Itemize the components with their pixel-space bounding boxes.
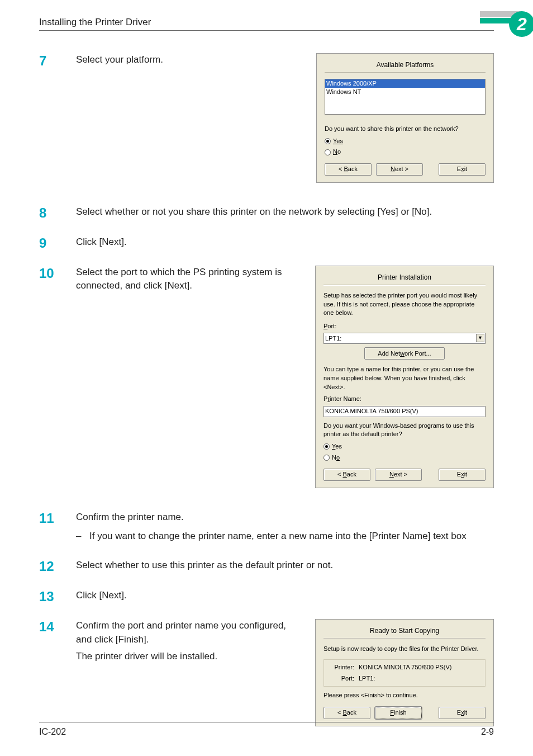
section-title: Installing the Printer Driver xyxy=(39,17,151,28)
radio-dot-icon xyxy=(323,443,330,450)
dlg2-radio-no[interactable]: No xyxy=(323,453,486,462)
chapter-badge: 2 xyxy=(480,11,533,37)
dlg3-port-value: LPT1: xyxy=(359,674,375,683)
step-14-number: 14 xyxy=(39,619,76,726)
step-13-text: Click [Next]. xyxy=(76,589,494,602)
dlg3-ready: Setup is now ready to copy the files for… xyxy=(323,645,486,654)
step-9-text: Click [Next]. xyxy=(76,235,494,249)
step-11-number: 11 xyxy=(39,511,76,543)
footer-right: 2-9 xyxy=(481,727,494,737)
step-11-sub-text: If you want to change the printer name, … xyxy=(89,531,467,541)
dlg3-exit-button[interactable]: Exit xyxy=(439,707,486,719)
dlg2-radio-yes[interactable]: Yes xyxy=(323,442,486,451)
available-platforms-dialog: Available Platforms Windows 2000/XP Wind… xyxy=(316,53,494,183)
step-11-sub: – If you want to change the printer name… xyxy=(76,530,494,543)
dlg2-port-value: LPT1: xyxy=(325,334,341,343)
dlg3-finish-button[interactable]: Finish xyxy=(375,707,422,719)
dlg2-back-button[interactable]: < Back xyxy=(323,469,370,481)
dlg2-port-label: Port: xyxy=(323,322,486,331)
dlg1-back-button[interactable]: < Back xyxy=(325,163,372,176)
dlg2-add-network-port-button[interactable]: Add Network Port... xyxy=(364,347,445,360)
dlg1-yes-label: Yes xyxy=(333,137,343,146)
ready-to-copy-dialog: Ready to Start Copying Setup is now read… xyxy=(315,619,494,726)
footer-left: IC-202 xyxy=(39,727,66,737)
dlg1-no-label: No xyxy=(333,148,341,157)
step-8-text: Select whether or not you share this pri… xyxy=(76,205,494,219)
dlg2-exit-button[interactable]: Exit xyxy=(439,469,486,481)
platform-item-winnt[interactable]: Windows NT xyxy=(325,88,485,96)
step-10-text: Select the port to which the PS printing… xyxy=(76,266,298,488)
dlg2-default-question: Do you want your Windows-based programs … xyxy=(323,422,486,439)
dlg2-next-button[interactable]: Next > xyxy=(375,469,422,481)
dlg2-yes-label: Yes xyxy=(332,442,342,451)
printer-installation-dialog: Printer Installation Setup has selected … xyxy=(315,266,494,488)
dlg2-port-combo[interactable]: LPT1: ▼ xyxy=(323,333,486,344)
dlg2-intro: Setup has selected the printer port you … xyxy=(323,291,486,318)
dlg1-title: Available Platforms xyxy=(325,60,486,70)
dlg1-share-question: Do you want to share this printer on the… xyxy=(325,125,486,134)
step-12-text: Select whether to use this printer as th… xyxy=(76,559,494,572)
dlg3-title: Ready to Start Copying xyxy=(323,626,486,636)
chevron-down-icon[interactable]: ▼ xyxy=(476,334,484,342)
step-12-number: 12 xyxy=(39,559,76,573)
dlg2-printer-name-value: KONICA MINOLTA 750/600 PS(V) xyxy=(325,407,418,416)
step-14-text1: Confirm the port and printer name you co… xyxy=(76,619,298,646)
dlg3-back-button[interactable]: < Back xyxy=(323,707,370,719)
step-14-text2: The printer driver will be installed. xyxy=(76,650,298,663)
dlg1-exit-button[interactable]: Exit xyxy=(439,163,486,176)
dlg3-printer-label: Printer: xyxy=(329,663,354,672)
dlg2-printer-name-label: Printer Name: xyxy=(323,395,486,404)
dlg1-radio-no[interactable]: No xyxy=(325,148,486,157)
dlg3-port-label: Port: xyxy=(329,674,354,683)
dlg2-printer-name-input[interactable]: KONICA MINOLTA 750/600 PS(V) xyxy=(323,406,486,417)
chapter-number: 2 xyxy=(516,14,527,34)
dlg2-name-help: You can type a name for this printer, or… xyxy=(323,365,486,391)
dlg3-press: Please press <Finish> to continue. xyxy=(323,691,486,700)
step-8-number: 8 xyxy=(39,205,76,220)
dlg2-no-label: No xyxy=(332,453,340,462)
step-10-number: 10 xyxy=(39,266,76,488)
dash-icon: – xyxy=(76,530,81,543)
dlg2-title: Printer Installation xyxy=(323,273,486,282)
radio-dot-icon xyxy=(323,455,330,461)
step-9-number: 9 xyxy=(39,235,76,250)
step-7-text: Select your platform. xyxy=(76,53,299,183)
platform-item-win2000xp[interactable]: Windows 2000/XP xyxy=(325,79,485,88)
dlg1-radio-yes[interactable]: Yes xyxy=(325,137,486,146)
platform-listbox[interactable]: Windows 2000/XP Windows NT xyxy=(325,79,486,115)
step-7-number: 7 xyxy=(39,53,76,183)
dlg3-printer-value: KONICA MINOLTA 750/600 PS(V) xyxy=(359,663,452,672)
dlg1-next-button[interactable]: Next > xyxy=(376,163,423,176)
step-13-number: 13 xyxy=(39,589,76,603)
radio-dot-icon xyxy=(325,149,331,155)
radio-dot-icon xyxy=(325,138,331,144)
step-11-text: Confirm the printer name. xyxy=(76,511,494,524)
